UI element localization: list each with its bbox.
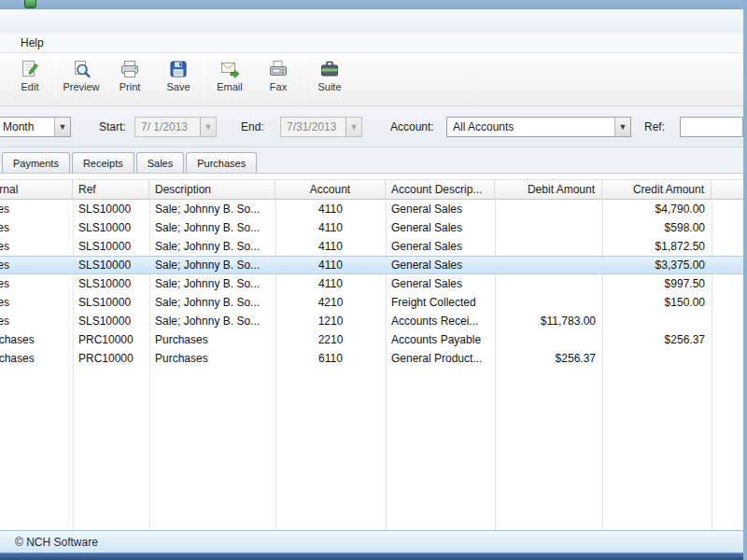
status-text: © NCH Software: [15, 536, 98, 549]
header-account[interactable]: Account: [275, 180, 386, 199]
status-bar: © NCH Software: [0, 530, 743, 553]
menu-help[interactable]: Help: [13, 35, 51, 50]
cell-account: 4110: [275, 256, 386, 274]
edit-button[interactable]: Edit: [6, 59, 54, 103]
tab-receipts-label: Receipts: [83, 158, 123, 169]
email-icon: [219, 59, 240, 79]
suite-button-label: Suite: [317, 81, 341, 92]
chevron-down-icon: ▼: [54, 118, 70, 136]
table-row[interactable]: Purchases PRC10000 Purchases 2210 Accoun…: [0, 330, 743, 349]
suite-icon: [319, 59, 340, 79]
cell-filler: [712, 312, 743, 330]
cell-account: 4210: [275, 293, 386, 312]
table-row[interactable]: Sales SLS10000 Sale; Johnny B. So... 421…: [0, 293, 743, 312]
cell-ref: SLS10000: [73, 200, 149, 218]
header-debit-amount[interactable]: Debit Amount: [495, 180, 602, 199]
table-row[interactable]: Purchases PRC10000 Purchases 6110 Genera…: [0, 349, 743, 368]
table-row[interactable]: Sales SLS10000 Sale; Johnny B. So... 411…: [0, 274, 743, 293]
cell-ref: SLS10000: [73, 237, 149, 256]
preview-button-label: Preview: [63, 81, 99, 92]
cell-description: Sale; Johnny B. So...: [149, 312, 275, 330]
cell-debit-amount: $256.37: [495, 349, 602, 368]
print-button[interactable]: Print: [106, 59, 154, 103]
app-icon: [24, 0, 36, 8]
cell-description: Sale; Johnny B. So...: [149, 218, 275, 237]
filter-bar: Month ▼ Start: 7/ 1/2013 ▼ End: 7/31/201…: [0, 106, 743, 147]
title-bar: [0, 0, 743, 9]
header-credit-amount[interactable]: Credit Amount: [602, 180, 712, 199]
cell-journal: Sales: [0, 256, 73, 274]
toolbar-separator: [55, 61, 56, 98]
cell-description: Sale; Johnny B. So...: [149, 200, 275, 218]
tab-receipts[interactable]: Receipts: [72, 152, 134, 173]
cell-journal: Sales: [0, 293, 73, 312]
cell-debit-amount: [495, 218, 602, 237]
email-button-label: Email: [217, 81, 243, 92]
table-row[interactable]: Sales SLS10000 Sale; Johnny B. So... 121…: [0, 312, 743, 330]
save-button[interactable]: Save: [154, 59, 203, 103]
cell-debit-amount: $11,783.00: [495, 312, 602, 330]
preview-button[interactable]: Preview: [57, 59, 106, 103]
fax-button[interactable]: Fax: [254, 59, 303, 103]
chevron-down-icon: ▼: [200, 118, 216, 136]
tab-payments[interactable]: Payments: [2, 152, 70, 173]
cell-debit-amount: [495, 330, 602, 349]
cell-debit-amount: [495, 256, 602, 274]
cell-account: 6110: [275, 349, 386, 368]
cell-ref: SLS10000: [73, 293, 149, 312]
table-row[interactable]: Sales SLS10000 Sale; Johnny B. So... 411…: [0, 200, 743, 218]
cell-description: Sale; Johnny B. So...: [149, 274, 275, 293]
period-dropdown-value: Month: [0, 118, 54, 136]
cell-ref: SLS10000: [73, 312, 149, 330]
end-date-value: 7/31/2013: [281, 118, 345, 136]
period-dropdown[interactable]: Month ▼: [0, 117, 71, 137]
suite-button[interactable]: Suite: [305, 59, 354, 103]
cell-credit-amount: $598.00: [602, 218, 712, 237]
tab-strip: Payments Receipts Sales Purchases: [0, 147, 743, 174]
cell-credit-amount: $4,790.00: [602, 200, 712, 218]
cell-ref: SLS10000: [73, 256, 149, 274]
cell-filler: [712, 349, 743, 368]
cell-journal: Sales: [0, 312, 73, 330]
cell-account-description: General Sales: [386, 218, 495, 237]
cell-credit-amount: [602, 312, 712, 330]
menu-bar: Help: [0, 34, 743, 53]
cell-debit-amount: [495, 237, 602, 256]
header-ref[interactable]: Ref: [73, 180, 149, 199]
account-dropdown[interactable]: All Accounts ▼: [446, 117, 631, 137]
table-row[interactable]: Sales SLS10000 Sale; Johnny B. So... 411…: [0, 256, 743, 274]
cell-credit-amount: $997.50: [602, 274, 712, 293]
cell-description: Sale; Johnny B. So...: [149, 256, 275, 274]
end-date-label: End:: [241, 120, 264, 133]
tab-sales[interactable]: Sales: [136, 152, 185, 173]
save-button-label: Save: [166, 81, 190, 92]
start-date-field: 7/ 1/2013 ▼: [134, 117, 217, 137]
cell-credit-amount: $256.37: [602, 330, 712, 349]
cell-account-description: General Product...: [386, 349, 495, 368]
cell-description: Sale; Johnny B. So...: [149, 293, 275, 312]
cell-debit-amount: [495, 293, 602, 312]
tab-purchases[interactable]: Purchases: [186, 152, 257, 173]
table-row[interactable]: Sales SLS10000 Sale; Johnny B. So... 411…: [0, 237, 743, 256]
header-account-description[interactable]: Account Descrip...: [386, 180, 495, 199]
cell-ref: PRC10000: [73, 349, 149, 368]
cell-filler: [712, 218, 743, 237]
fax-button-label: Fax: [270, 81, 287, 92]
ref-input[interactable]: [680, 117, 743, 137]
header-description[interactable]: Description: [149, 180, 275, 199]
cell-credit-amount: [602, 349, 712, 368]
cell-account: 4110: [275, 218, 386, 237]
toolbar-separator: [303, 61, 304, 98]
cell-description: Sale; Johnny B. So...: [149, 237, 275, 256]
window-bottom-border: [0, 553, 743, 560]
cell-credit-amount: $150.00: [602, 293, 712, 312]
table-row[interactable]: Sales SLS10000 Sale; Johnny B. So... 411…: [0, 218, 743, 237]
cell-filler: [712, 293, 743, 312]
cell-ref: SLS10000: [73, 274, 149, 293]
header-journal[interactable]: Journal: [0, 180, 73, 199]
cell-journal: Sales: [0, 274, 73, 293]
cell-account-description: General Sales: [386, 256, 495, 274]
email-button[interactable]: Email: [205, 59, 254, 103]
cell-account: 4110: [275, 274, 386, 293]
start-date-value: 7/ 1/2013: [135, 118, 200, 136]
